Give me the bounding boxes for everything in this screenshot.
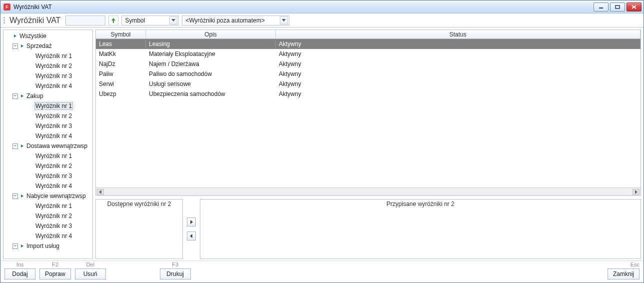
tree-row[interactable]: −Zakup <box>3 91 92 101</box>
cell-opis: Leasing <box>146 40 276 48</box>
print-button[interactable]: Drukuj <box>160 268 191 280</box>
tree-row[interactable]: Wyróżnik nr 2 <box>3 211 92 221</box>
tree-row[interactable]: Wyróżnik nr 1 <box>3 51 92 61</box>
tree-label: Wyróżnik nr 1 <box>34 102 73 110</box>
tree-row[interactable]: Wyróżnik nr 1 <box>3 151 92 161</box>
cell-symbol: Serwi <box>96 80 146 88</box>
collapse-icon[interactable]: − <box>12 194 18 199</box>
delete-button[interactable]: Usuń <box>75 268 106 280</box>
tree[interactable]: Wszystkie−SprzedażWyróżnik nr 1Wyróżnik … <box>3 30 92 258</box>
tree-label: Wyróżnik nr 1 <box>34 152 73 160</box>
tree-row[interactable]: Wyróżnik nr 1 <box>3 101 92 111</box>
tree-row[interactable]: Wyróżnik nr 1 <box>3 201 92 211</box>
minimize-button[interactable] <box>594 2 609 12</box>
toolbar-search-input[interactable] <box>65 16 105 26</box>
tree-label: Wyróżnik nr 4 <box>34 82 73 90</box>
data-grid[interactable]: Symbol Opis Status LeasLeasingAktywnyMat… <box>95 30 641 196</box>
col-header-status[interactable]: Status <box>276 30 641 38</box>
grid-h-scrollbar[interactable] <box>96 188 641 196</box>
assign-right-button[interactable] <box>187 218 196 226</box>
assigned-panel-title: Przypisane wyróżniki nr 2 <box>200 200 641 208</box>
tree-row[interactable]: −Sprzedaż <box>3 41 92 51</box>
cell-opis: Materiały Eksploatacyjne <box>146 50 276 58</box>
tree-label: Nabycie wewnątrzwsp <box>25 192 87 200</box>
tree-row[interactable]: Wyróżnik nr 3 <box>3 71 92 81</box>
shortcut-f2: F2 <box>52 262 58 268</box>
add-button[interactable]: Dodaj <box>4 268 35 280</box>
cell-opis: Usługi serisowe <box>146 80 276 88</box>
col-header-symbol[interactable]: Symbol <box>96 30 146 38</box>
tree-row[interactable]: −Import usług <box>3 241 92 251</box>
tree-row[interactable]: Wyróżnik nr 4 <box>3 181 92 191</box>
tree-row[interactable]: Wyróżnik nr 3 <box>3 171 92 181</box>
cell-symbol: MatKk <box>96 50 146 58</box>
collapse-icon[interactable]: − <box>12 94 18 99</box>
app-window: F Wyróżniki VAT Wyróżniki VAT Symbol <box>0 0 644 283</box>
maximize-button[interactable] <box>610 2 625 12</box>
close-window-button[interactable] <box>627 2 642 12</box>
tree-row[interactable]: Wyróżnik nr 3 <box>3 221 92 231</box>
tree-label: Dostawa wewnątrzwsp <box>25 142 88 150</box>
edit-button[interactable]: Popraw <box>39 268 71 280</box>
chevron-left-icon <box>190 234 193 238</box>
toolbar-grip[interactable] <box>3 16 6 26</box>
collapse-icon[interactable]: − <box>12 44 18 49</box>
tree-row[interactable]: Wyróżnik nr 2 <box>3 111 92 121</box>
table-row[interactable]: PaliwPaliwo do samochodówAktywny <box>96 69 641 79</box>
triangle-icon <box>21 94 23 98</box>
col-header-opis[interactable]: Opis <box>146 30 276 38</box>
tree-label: Zakup <box>25 92 44 100</box>
tree-row[interactable]: Wyróżnik nr 3 <box>3 121 92 131</box>
scroll-right-button[interactable] <box>633 189 640 195</box>
close-button[interactable]: Zamknij <box>608 268 640 280</box>
tree-row[interactable]: −Nabycie wewnątrzwsp <box>3 191 92 201</box>
cell-status: Aktywny <box>276 40 641 48</box>
minimize-icon <box>599 5 604 9</box>
table-row[interactable]: MatKkMateriały EksploatacyjneAktywny <box>96 49 641 59</box>
tree-row[interactable]: Wyróżnik nr 2 <box>3 61 92 71</box>
table-row[interactable]: UbezpUbezpieczenia samochodówAktywny <box>96 89 641 99</box>
maximize-icon <box>615 5 620 9</box>
toolbar: Wyróżniki VAT Symbol <Wyróżniki poza aut… <box>0 14 644 28</box>
tree-label: Wyróżnik nr 2 <box>34 112 73 120</box>
shortcut-f3: F3 <box>172 262 178 268</box>
tree-label: Wyróżnik nr 4 <box>34 182 73 190</box>
tree-row[interactable]: Wyróżnik nr 2 <box>3 161 92 171</box>
table-row[interactable]: NajDzNajem / DzierżawaAktywny <box>96 59 641 69</box>
tree-label: Wyróżnik nr 3 <box>34 122 73 130</box>
tree-panel: Wszystkie−SprzedażWyróżnik nr 1Wyróżnik … <box>3 30 93 259</box>
collapse-icon[interactable]: − <box>12 144 18 149</box>
tree-label: Wyróżnik nr 2 <box>34 212 73 220</box>
tree-label: Wyróżnik nr 3 <box>34 222 73 230</box>
sort-direction-button[interactable] <box>108 16 118 26</box>
tree-label: Wyróżnik nr 4 <box>34 132 73 140</box>
cell-status: Aktywny <box>276 90 641 98</box>
filter-dropdown[interactable]: <Wyróżniki poza automatem> <box>182 16 289 26</box>
tree-row[interactable]: Wyróżnik nr 4 <box>3 81 92 91</box>
tree-label: Wyróżnik nr 1 <box>34 52 73 60</box>
bottom-bar: Ins Dodaj F2 Popraw Del Usuń F3 Drukuj E… <box>0 260 644 282</box>
table-row[interactable]: SerwiUsługi serisoweAktywny <box>96 79 641 89</box>
cell-symbol: Paliw <box>96 70 146 78</box>
sort-field-dropdown[interactable]: Symbol <box>121 16 179 26</box>
tree-row[interactable]: Wszystkie <box>3 31 92 41</box>
tree-row[interactable]: Wyróżnik nr 4 <box>3 131 92 141</box>
available-panel[interactable]: Dostępne wyróżniki nr 2 <box>95 199 183 259</box>
cell-symbol: NajDz <box>96 60 146 68</box>
shortcut-esc: Esc <box>631 262 640 268</box>
table-row[interactable]: LeasLeasingAktywny <box>96 39 641 49</box>
grid-header: Symbol Opis Status <box>96 30 641 39</box>
tree-label: Wyróżnik nr 2 <box>34 162 73 170</box>
assign-left-button[interactable] <box>187 232 196 240</box>
cell-symbol: Ubezp <box>96 90 146 98</box>
assigned-panel[interactable]: Przypisane wyróżniki nr 2 <box>200 199 641 259</box>
tree-label: Sprzedaż <box>25 42 53 50</box>
page-heading: Wyróżniki VAT <box>9 16 60 25</box>
collapse-icon[interactable]: − <box>12 244 18 249</box>
cell-symbol: Leas <box>96 40 146 48</box>
cell-opis: Najem / Dzierżawa <box>146 60 276 68</box>
tree-label: Wyróżnik nr 4 <box>34 232 73 240</box>
tree-row[interactable]: −Dostawa wewnątrzwsp <box>3 141 92 151</box>
tree-row[interactable]: Wyróżnik nr 4 <box>3 231 92 241</box>
scroll-left-button[interactable] <box>97 189 104 195</box>
